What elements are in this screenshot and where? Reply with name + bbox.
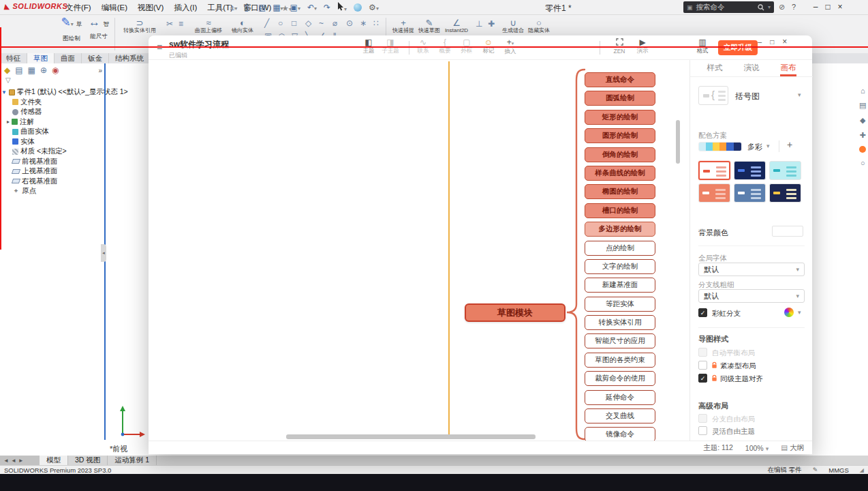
options-gear-icon[interactable]: ⚙▾ xyxy=(369,3,379,12)
mindmap-node[interactable]: 转换实体引用 xyxy=(585,315,655,330)
display-manager-tab-icon[interactable]: ◉ xyxy=(52,65,59,75)
rainbow-color-wheel[interactable] xyxy=(784,308,794,317)
tree-item-front-plane[interactable]: 前视基准面 xyxy=(0,157,105,167)
tree-item-annotations[interactable]: ▸ 注解 xyxy=(0,117,105,128)
expand-panel-chevron-icon[interactable]: » xyxy=(98,67,102,74)
repair-sketch-icon[interactable]: ✚ xyxy=(488,19,495,29)
panel-tab-presentation[interactable]: 演说 xyxy=(738,63,765,73)
help-icon[interactable]: ? xyxy=(792,3,796,11)
new-document-icon[interactable]: ▯▾ xyxy=(244,3,251,12)
tree-root-item[interactable]: ▼ 零件1 (默认) <<默认>_显示状态 1> xyxy=(0,87,105,98)
home-icon[interactable]: ⌂▾ xyxy=(230,3,237,12)
print-icon[interactable]: ▣▾ xyxy=(290,3,300,12)
task-pane-notify-icon[interactable] xyxy=(859,146,866,153)
tree-item-folder[interactable]: 文件夹 xyxy=(0,98,105,108)
mindmap-node[interactable]: 交叉曲线 xyxy=(585,408,655,423)
mindmap-node[interactable]: 椭圆的绘制 xyxy=(585,184,655,199)
sibling-align-checkbox[interactable]: ✓ xyxy=(698,374,707,383)
sketch-toggle-icon[interactable]: ⊘ xyxy=(779,3,785,12)
create-seam-button[interactable]: ∪ 生成缝合 xyxy=(500,18,526,34)
tree-item-origin[interactable]: ⌖ 原点 xyxy=(0,186,105,196)
rainbow-chevron-icon[interactable]: ▾ xyxy=(798,309,801,316)
mindmap-node[interactable]: 新建基准面 xyxy=(585,278,655,293)
tree-item-material[interactable]: 材质 <未指定> xyxy=(0,147,105,157)
line-tool-icon[interactable]: ╱ xyxy=(264,18,269,28)
canvas-vertical-scrollbar[interactable] xyxy=(676,120,680,164)
sketch-sphere-icon[interactable] xyxy=(354,3,362,12)
save-icon[interactable]: ▦▾ xyxy=(273,3,283,12)
theme-thumbnail-3[interactable] xyxy=(769,161,801,180)
panel-collapse-handle[interactable]: ◂ xyxy=(101,244,106,262)
menu-view[interactable]: 视图(V) xyxy=(138,3,164,13)
property-manager-tab-icon[interactable]: ▤ xyxy=(15,65,22,75)
maximize-button[interactable]: □ xyxy=(822,2,834,12)
free-branch-checkbox[interactable] xyxy=(698,414,707,423)
search-icon[interactable] xyxy=(758,4,764,11)
background-color-swatch[interactable] xyxy=(772,226,803,237)
tab-surfaces[interactable]: 曲面 xyxy=(55,53,82,63)
mindmap-node[interactable]: 槽口的绘制 xyxy=(585,203,655,218)
text-tool-icon[interactable]: ∗ xyxy=(360,18,367,28)
color-scheme-value[interactable]: 多彩 xyxy=(747,142,762,152)
minimize-button[interactable]: – xyxy=(809,2,822,12)
sketch-button[interactable]: ✎▾ 草图绘制 xyxy=(59,16,84,43)
relations-icon[interactable]: ⊥ xyxy=(476,19,482,29)
theme-thumbnail-6[interactable] xyxy=(769,183,801,203)
canvas-horizontal-scrollbar[interactable] xyxy=(286,434,536,439)
select-cursor-icon[interactable]: ▾ xyxy=(337,2,347,13)
outline-button[interactable]: ▤ 大纲 xyxy=(781,443,804,453)
trim-entities-icon[interactable]: ✂ xyxy=(166,19,173,29)
mindmap-node[interactable]: 矩形的绘制 xyxy=(585,110,655,125)
expand-arrow-icon[interactable]: ▸ xyxy=(7,119,10,125)
maximize-button[interactable]: □ xyxy=(770,38,774,46)
undo-icon[interactable]: ↶▾ xyxy=(307,3,317,12)
menu-insert[interactable]: 插入(I) xyxy=(174,3,197,13)
mindmap-node[interactable]: 圆形的绘制 xyxy=(585,128,655,143)
rapid-sketch-button[interactable]: ✎ 快速草图 xyxy=(416,18,443,34)
command-search-box[interactable]: ▣ 搜索命令 ▾ xyxy=(683,1,774,13)
hide-entities-button[interactable]: ○ 隐藏实体 xyxy=(526,18,552,34)
upgrade-button[interactable]: 立即升级 xyxy=(718,40,758,55)
polygon-tool-icon[interactable]: ◇ xyxy=(305,18,311,28)
tab-sheet-metal[interactable]: 钣金 xyxy=(82,53,109,63)
structure-dropdown-chevron-icon[interactable]: ▾ xyxy=(798,91,801,98)
configuration-tab-icon[interactable]: ▦ xyxy=(28,65,35,75)
mindmap-node[interactable]: 裁剪命令的使用 xyxy=(585,371,655,386)
tree-item-top-plane[interactable]: 上视基准面 xyxy=(0,166,105,177)
tree-item-right-plane[interactable]: 右视基准面 xyxy=(0,177,105,187)
dimxpert-tab-icon[interactable]: ⊕ xyxy=(40,65,47,75)
mindmap-node[interactable]: 草图的各类约束 xyxy=(585,353,655,368)
offset-on-surface-button[interactable]: ≈ 曲面上偏移 xyxy=(192,18,225,34)
tree-item-sensors[interactable]: 传感器 xyxy=(0,107,105,117)
tab-structure-system[interactable]: 结构系统 xyxy=(109,53,151,63)
tab-sketch[interactable]: 草图 xyxy=(27,53,55,63)
convert-entities-button[interactable]: ⊃ 转换实体引用 xyxy=(120,18,159,34)
search-dropdown-icon[interactable]: ▾ xyxy=(768,4,771,10)
mindmap-node[interactable]: 延伸命令 xyxy=(585,390,655,405)
mindmap-node[interactable]: 镜像命令 xyxy=(585,427,655,441)
offset-entities-icon[interactable]: ≡ xyxy=(179,19,183,29)
mindmap-node[interactable]: 圆弧绘制 xyxy=(585,91,655,106)
compact-layout-checkbox[interactable] xyxy=(698,361,707,370)
flexible-topic-checkbox[interactable] xyxy=(698,426,707,435)
status-units[interactable]: MMGS xyxy=(828,466,849,474)
minimize-button[interactable]: – xyxy=(758,38,762,46)
theme-thumbnail-2[interactable] xyxy=(734,161,766,180)
structure-thumbnail[interactable]: { xyxy=(698,86,728,105)
smart-dimension-button[interactable]: ↔ 智能尺寸 xyxy=(86,16,112,41)
pattern-tool-icon[interactable]: ∷ xyxy=(373,18,379,28)
redo-icon[interactable]: ↷ xyxy=(324,3,330,12)
tab-3d-views[interactable]: 3D 视图 xyxy=(68,456,108,465)
mindmap-node[interactable]: 点的绘制 xyxy=(585,241,655,256)
arc-tool-icon[interactable]: ⌀ xyxy=(332,18,337,28)
theme-thumbnail-5[interactable] xyxy=(734,183,766,203)
quick-snaps-button[interactable]: + 快速捕捉 xyxy=(390,18,417,34)
circle-tool-icon[interactable]: ○ xyxy=(278,18,283,28)
tab-motion-study[interactable]: 运动算例 1 xyxy=(108,456,157,465)
mirror-entities-button[interactable]: ◐ 镜向实体 xyxy=(228,18,258,34)
open-icon[interactable]: ▤ xyxy=(258,3,266,12)
color-scheme-chevron-icon[interactable]: ▾ xyxy=(766,143,770,149)
filter-funnel-icon[interactable]: ▽ xyxy=(5,76,11,84)
panel-tab-canvas[interactable]: 画布 xyxy=(775,63,802,73)
mindmap-node[interactable]: 样条曲线的绘制 xyxy=(585,166,655,181)
